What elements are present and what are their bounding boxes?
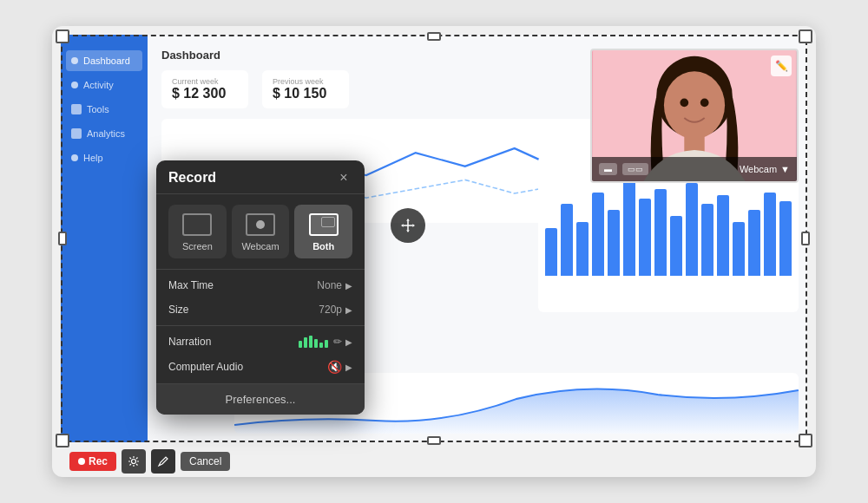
bottom-toolbar: Rec Cancel bbox=[69, 446, 230, 477]
screen-icon bbox=[182, 213, 212, 236]
bar-15 bbox=[779, 201, 792, 276]
svg-rect-3 bbox=[684, 134, 704, 151]
settings-section: Max Time None ▶ Size 720p ▶ bbox=[156, 269, 365, 325]
mic-edit-icon: ✏ bbox=[333, 336, 342, 348]
sidebar-item-tools[interactable]: Tools bbox=[61, 97, 148, 121]
mode-both-button[interactable]: Both bbox=[294, 205, 352, 258]
mic-bar-2 bbox=[304, 337, 307, 348]
move-icon bbox=[399, 217, 417, 234]
dialog-close-button[interactable]: × bbox=[335, 169, 352, 186]
webcam-icon bbox=[246, 213, 275, 236]
bar-2 bbox=[576, 222, 589, 276]
bar-4 bbox=[608, 210, 620, 276]
size-arrow: ▶ bbox=[345, 305, 352, 315]
bar-0 bbox=[545, 228, 557, 276]
bar-13 bbox=[748, 210, 760, 276]
outer-container: Dashboard Activity Tools Analytics Help … bbox=[52, 26, 816, 477]
screen-label: Screen bbox=[182, 241, 213, 252]
bar-12 bbox=[733, 222, 745, 276]
svg-point-4 bbox=[680, 99, 688, 108]
stat-previous-week: Previous week $ 10 150 bbox=[262, 70, 349, 108]
mic-bar-4 bbox=[314, 339, 318, 348]
svg-point-8 bbox=[132, 460, 136, 464]
size-row[interactable]: Size 720p ▶ bbox=[156, 297, 365, 322]
narration-row[interactable]: Narration ✏ ▶ bbox=[156, 330, 365, 354]
bar-3 bbox=[592, 193, 604, 276]
webcam-view-btn2[interactable]: ▭▭ bbox=[622, 163, 648, 175]
svg-point-2 bbox=[664, 71, 725, 139]
sidebar-item-dashboard[interactable]: Dashboard bbox=[66, 50, 142, 71]
stat-current-week: Current week $ 12 300 bbox=[161, 70, 248, 108]
max-time-arrow: ▶ bbox=[345, 281, 352, 291]
bar-10 bbox=[701, 204, 713, 276]
both-icon bbox=[309, 213, 339, 236]
audio-arrow: ▶ bbox=[345, 363, 352, 372]
webcam-mode-label: Webcam bbox=[241, 241, 279, 252]
narration-arrow: ▶ bbox=[345, 337, 352, 347]
gear-icon bbox=[128, 455, 140, 467]
bar-5 bbox=[623, 180, 635, 276]
mic-bar-6 bbox=[325, 340, 328, 348]
record-dialog: Record × Screen Webcam Both Max Time bbox=[156, 160, 365, 415]
sidebar-item-analytics[interactable]: Analytics bbox=[61, 121, 148, 146]
sidebar-item-activity[interactable]: Activity bbox=[61, 73, 148, 97]
mode-webcam-button[interactable]: Webcam bbox=[232, 205, 290, 258]
dialog-header: Record × bbox=[156, 160, 365, 194]
bar-1 bbox=[561, 204, 573, 276]
mic-bar-1 bbox=[299, 341, 302, 348]
pencil-icon bbox=[157, 455, 169, 467]
sidebar-item-help[interactable]: Help bbox=[61, 146, 148, 170]
computer-audio-row[interactable]: Computer Audio 🔇 ▶ bbox=[156, 354, 365, 380]
sidebar: Dashboard Activity Tools Analytics Help bbox=[61, 35, 148, 442]
dialog-title: Record bbox=[168, 170, 216, 186]
mic-level-bars bbox=[299, 336, 328, 348]
mode-screen-button[interactable]: Screen bbox=[168, 205, 227, 258]
bar-11 bbox=[717, 195, 729, 276]
webcam-label: Webcam ▼ bbox=[740, 164, 790, 174]
webcam-preview: ✏️ ▬ ▭▭ Webcam ▼ bbox=[590, 49, 799, 183]
bar-8 bbox=[670, 216, 682, 276]
move-handle[interactable] bbox=[391, 208, 425, 243]
edit-button[interactable] bbox=[151, 449, 175, 474]
both-label: Both bbox=[312, 241, 334, 252]
cancel-button[interactable]: Cancel bbox=[181, 452, 230, 471]
webcam-view-btn1[interactable]: ▬ bbox=[599, 163, 617, 175]
settings-button[interactable] bbox=[122, 449, 146, 474]
max-time-row[interactable]: Max Time None ▶ bbox=[156, 273, 365, 297]
svg-point-5 bbox=[700, 99, 709, 108]
audio-section: Narration ✏ ▶ Computer Audio 🔇 ▶ bbox=[156, 325, 365, 383]
webcam-edit-button[interactable]: ✏️ bbox=[771, 56, 792, 76]
audio-muted-icon: 🔇 bbox=[327, 360, 342, 374]
bar-14 bbox=[764, 193, 776, 276]
webcam-toolbar: ▬ ▭▭ Webcam ▼ bbox=[592, 157, 797, 181]
rec-button[interactable]: Rec bbox=[69, 452, 116, 471]
rec-dot bbox=[78, 458, 85, 465]
mode-buttons: Screen Webcam Both bbox=[156, 194, 365, 269]
mic-bar-3 bbox=[309, 336, 312, 348]
bar-9 bbox=[686, 183, 698, 276]
bar-7 bbox=[654, 189, 667, 276]
mic-bar-5 bbox=[319, 343, 323, 348]
bar-6 bbox=[639, 199, 651, 276]
preferences-button[interactable]: Preferences... bbox=[156, 383, 365, 415]
